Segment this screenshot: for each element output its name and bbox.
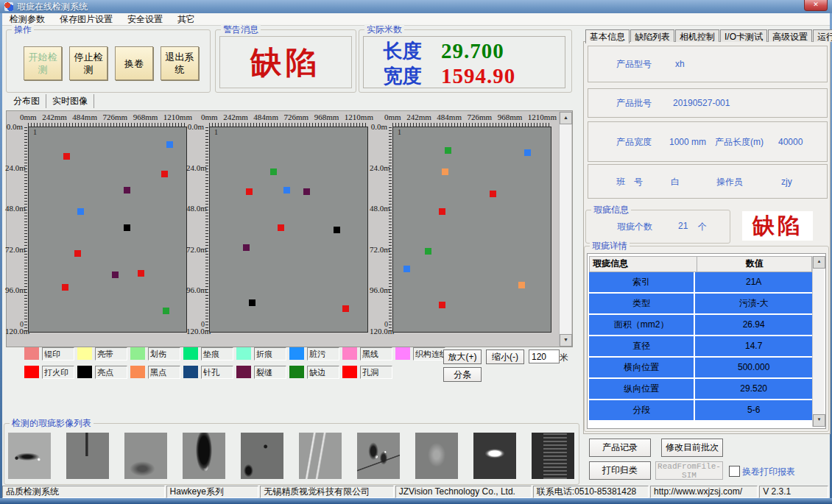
- x-axis-labels: 0mm242mm484mm726mm968mm1210mm: [384, 113, 557, 121]
- defect-thumbnail-7[interactable]: [357, 433, 400, 479]
- x-tick-label: 726mm: [468, 113, 493, 121]
- defect-table-row[interactable]: 分段5-6: [589, 400, 812, 420]
- menu-item[interactable]: 保存图片设置: [52, 13, 120, 26]
- legend-label-辊印[interactable]: 辊印: [42, 347, 74, 361]
- length-label: 长度: [364, 38, 441, 64]
- defect-thumbnail-3[interactable]: [124, 433, 167, 479]
- y-tick-label: 96.0m: [186, 285, 204, 294]
- menu-item[interactable]: 其它: [170, 13, 202, 26]
- defect-point: [342, 305, 349, 312]
- legend-label-划伤[interactable]: 划伤: [148, 347, 180, 361]
- defect-point: [524, 149, 531, 156]
- legend-swatch-辊印: [24, 347, 39, 360]
- scroll-up-arrow[interactable]: ▲: [560, 112, 572, 124]
- operation-group: 操作 开始检测停止检测换卷退出系统: [6, 29, 211, 93]
- defect-table-row[interactable]: 索引21A: [589, 272, 812, 292]
- op-button-3[interactable]: 换卷: [115, 46, 153, 80]
- legend-label-垫痕[interactable]: 垫痕: [201, 347, 233, 361]
- defect-point: [403, 266, 410, 272]
- y-tick-label: 0.0m: [370, 122, 387, 131]
- x-tick-label: 1210mm: [528, 113, 557, 121]
- defect-point: [303, 188, 310, 195]
- defect-table-row[interactable]: 纵向位置29.520: [589, 379, 812, 399]
- defect-row-value: 26.94: [695, 315, 812, 335]
- legend-label-黑线[interactable]: 黑线: [360, 347, 392, 361]
- tab-缺陷列表[interactable]: 缺陷列表: [630, 29, 674, 42]
- x-axis-labels: 0mm242mm484mm726mm968mm1210mm: [201, 113, 373, 121]
- defect-point: [62, 284, 68, 291]
- meter-range-input[interactable]: [529, 349, 560, 363]
- defect-row-name: 类型: [589, 294, 695, 313]
- defect-table-row[interactable]: 面积（mm2）26.94: [589, 315, 812, 335]
- legend-label-针孔[interactable]: 针孔: [201, 366, 233, 379]
- defect-thumbnail-10[interactable]: [532, 433, 574, 479]
- legend-label-折痕[interactable]: 折痕: [254, 347, 286, 361]
- plot-surface-1[interactable]: 1: [28, 127, 187, 333]
- defect-point: [518, 282, 525, 288]
- x-tick-label: 968mm: [133, 113, 158, 121]
- menu-item[interactable]: 安全设置: [120, 13, 170, 26]
- product-record-button[interactable]: 产品记录: [589, 439, 651, 457]
- length-row: 长度 29.700: [364, 38, 565, 63]
- defect-thumbnail-2[interactable]: [66, 433, 109, 479]
- plot-scrollbar[interactable]: ▲▼: [559, 112, 571, 346]
- view-tab-分布图[interactable]: 分布图: [7, 94, 46, 108]
- y-tick-label: 24.0m: [370, 163, 387, 172]
- tab-相机控制[interactable]: 相机控制: [675, 29, 719, 42]
- zoom-in-button[interactable]: 放大(+): [443, 349, 482, 364]
- tab-基本信息[interactable]: 基本信息: [585, 29, 630, 43]
- plot-surface-3[interactable]: 1: [392, 127, 551, 333]
- defect-table-row[interactable]: 类型污渍-大: [589, 294, 812, 313]
- print-classify-button[interactable]: 打印归类: [589, 461, 651, 480]
- window-border-bottom: [0, 498, 832, 504]
- legend-label-织构连线[interactable]: 织构连线: [413, 347, 445, 361]
- length-value: 29.700: [441, 39, 504, 63]
- defect-thumbnail-8[interactable]: [415, 433, 458, 479]
- defect-table-header: 瑕疵信息 数值: [589, 256, 812, 272]
- plot-surface-2[interactable]: 1: [209, 127, 368, 333]
- defect-row-name: 面积（mm2）: [589, 315, 695, 335]
- modify-batch-button[interactable]: 修改目前批次: [661, 439, 723, 457]
- view-tab-实时图像[interactable]: 实时图像: [46, 94, 94, 108]
- x-tick-label: 242mm: [223, 113, 248, 121]
- tab-高级设置[interactable]: 高级设置: [768, 29, 812, 42]
- defect-point: [425, 248, 431, 255]
- defect-detail-table: 瑕疵信息 数值 索引21A类型污渍-大面积（mm2）26.94直径14.7横向位…: [587, 253, 826, 429]
- legend-label-裂缝[interactable]: 裂缝: [254, 366, 286, 379]
- zoom-out-button[interactable]: 缩小(-): [486, 349, 524, 364]
- defect-table-row[interactable]: 直径14.7: [589, 336, 812, 356]
- scatter-plot-1: 0mm242mm484mm726mm968mm1210mm0.0m24.0m48…: [7, 111, 188, 347]
- legend-label-黑点[interactable]: 黑点: [148, 366, 180, 379]
- defect-row-name: 直径: [589, 336, 695, 356]
- legend-label-脏污[interactable]: 脏污: [307, 347, 339, 361]
- legend-label-亮点[interactable]: 亮点: [95, 366, 127, 379]
- operation-group-title: 操作: [12, 24, 34, 35]
- close-button[interactable]: ✕: [804, 0, 828, 11]
- legend-label-亮带[interactable]: 亮带: [95, 347, 127, 361]
- tab-运行状态信息[interactable]: 运行状态信息: [813, 29, 832, 42]
- scroll-down-arrow[interactable]: ▼: [560, 334, 572, 347]
- defect-thumbnail-6[interactable]: [299, 433, 342, 479]
- defect-point: [283, 187, 290, 194]
- legend-label-打火印[interactable]: 打火印: [42, 366, 74, 379]
- defect-table-row[interactable]: 横向位置500.000: [589, 358, 812, 377]
- roll-print-checkbox[interactable]: [729, 466, 740, 477]
- x-tick-label: 242mm: [42, 113, 67, 121]
- op-button-2[interactable]: 停止检测: [69, 46, 107, 80]
- y-tick-label: 48.0m: [370, 204, 387, 213]
- y-tick-label: 72.0m: [186, 245, 204, 254]
- defect-thumbnail-9[interactable]: [473, 433, 516, 479]
- defect-thumbnail-5[interactable]: [241, 433, 283, 479]
- defect-table-scrollbar[interactable]: ▲ ▼: [812, 256, 824, 427]
- defect-detail-title: 瑕疵详情: [590, 241, 630, 251]
- status-segment-2: Hawkeye系列: [166, 486, 259, 498]
- tab-I/O卡测试[interactable]: I/O卡测试: [720, 29, 767, 42]
- defect-thumbnail-4[interactable]: [183, 433, 225, 479]
- defect-thumbnail-1[interactable]: [8, 433, 51, 479]
- split-button[interactable]: 分条: [443, 367, 482, 382]
- op-button-4[interactable]: 退出系统: [161, 46, 199, 80]
- legend-label-缺边[interactable]: 缺边: [307, 366, 339, 379]
- defect-point: [112, 271, 119, 278]
- legend-label-孔洞[interactable]: 孔洞: [360, 366, 392, 379]
- op-button-1[interactable]: 开始检测: [24, 46, 62, 80]
